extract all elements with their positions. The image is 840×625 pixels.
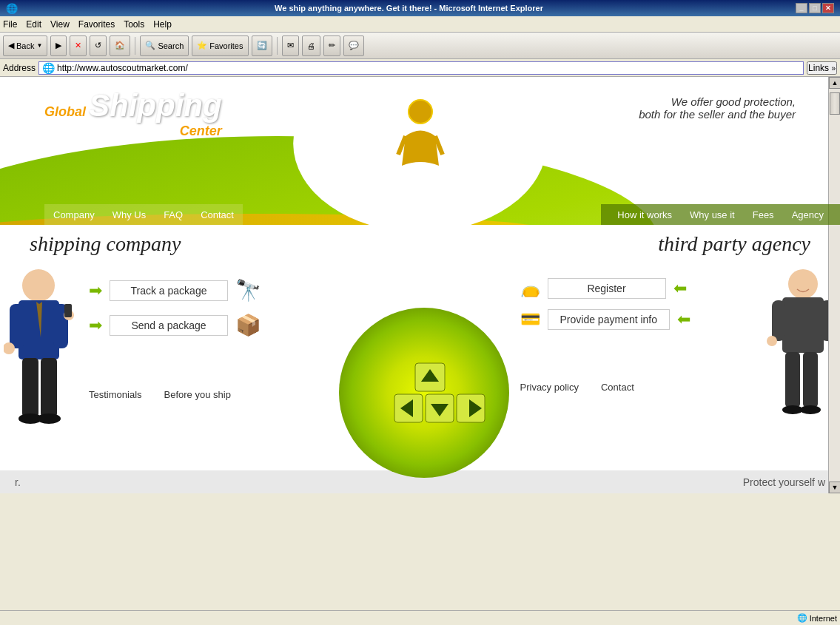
favicon-icon: 🌐 [42, 62, 55, 74]
nav-before-ship[interactable]: Before you ship [164, 389, 231, 400]
site-logo: Global Shipping Center [44, 88, 222, 139]
nav-faq[interactable]: FAQ [155, 206, 192, 223]
left-actions-col: ➡ Track a package 🔭 ➡ Send a package 📦 T… [81, 263, 335, 470]
search-label: Search [158, 41, 184, 50]
svg-point-29 [800, 405, 821, 414]
links-label: Links [808, 63, 829, 73]
menu-favorites[interactable]: Favorites [78, 19, 115, 30]
search-button[interactable]: 🔍 Search [140, 36, 189, 56]
messenger-button[interactable]: 💬 [343, 36, 364, 56]
scroll-down-button[interactable]: ▼ [829, 482, 840, 493]
svg-point-28 [782, 405, 803, 414]
edit-icon: ✏ [329, 41, 335, 50]
refresh-button[interactable]: ↺ [90, 36, 107, 56]
arrow-right-icon2: ➡ [89, 316, 102, 335]
close-button[interactable]: ✕ [822, 3, 834, 13]
content-nav-right: Privacy policy Contact [520, 374, 759, 393]
package-icon: 📦 [235, 313, 261, 337]
forward-button[interactable]: ▶ [50, 36, 67, 56]
menu-file[interactable]: File [3, 19, 17, 30]
window-controls: _ □ ✕ [796, 3, 834, 13]
svg-rect-26 [785, 352, 800, 408]
menu-edit[interactable]: Edit [26, 19, 41, 30]
edit-button[interactable]: ✏ [323, 36, 340, 56]
address-label: Address [3, 63, 36, 73]
links-dropdown[interactable]: Links » [807, 61, 837, 75]
scrollbar-vertical[interactable]: ▲ ▼ [828, 77, 840, 493]
svg-rect-12 [41, 358, 57, 417]
menu-help[interactable]: Help [153, 19, 172, 30]
dropdown-arrow-icon: ▼ [36, 42, 42, 49]
maximize-button[interactable]: □ [809, 3, 821, 13]
menu-view[interactable]: View [50, 19, 70, 30]
favorites-label: Favorites [209, 41, 243, 50]
svg-rect-27 [803, 352, 818, 408]
nav-how-it-works[interactable]: How it works [608, 206, 681, 223]
track-package-button[interactable]: Track a package [110, 280, 228, 301]
back-button[interactable]: ◀ Back ▼ [3, 36, 47, 56]
svg-point-3 [409, 100, 432, 124]
arrow-right-icon: ➡ [89, 281, 102, 300]
status-bar: 🌐 Internet [0, 610, 840, 625]
nav-left: Company Why Us FAQ Contact [44, 204, 243, 225]
keys-circle [339, 308, 509, 478]
nav-agency[interactable]: Agency [783, 206, 833, 223]
scroll-up-button[interactable]: ▲ [829, 77, 840, 89]
messenger-icon: 💬 [349, 41, 359, 50]
svg-point-19 [788, 269, 818, 299]
subtitle-right: third party agency [658, 232, 810, 256]
stop-button[interactable]: ✕ [70, 36, 87, 56]
nav-company[interactable]: Company [44, 206, 104, 223]
payment-button[interactable]: Provide payment info [548, 309, 671, 330]
register-button[interactable]: Register [548, 278, 666, 299]
send-package-button[interactable]: Send a package [110, 315, 228, 336]
card-icon: 💳 [520, 310, 540, 329]
nav-testimonials[interactable]: Testimonials [89, 389, 142, 400]
website-content: Global Shipping Center We offer good pro… [0, 77, 840, 493]
star-icon: ⭐ [197, 41, 207, 50]
globe-icon: 🌐 [797, 613, 807, 623]
content-nav-left: Testimonials Before you ship [89, 382, 328, 400]
svg-rect-11 [22, 358, 38, 417]
left-man-svg [4, 263, 74, 448]
refresh-icon: ↺ [95, 41, 101, 50]
toolbar-separator2 [277, 37, 278, 55]
tagline-line1: We offer good protection, [639, 95, 796, 108]
nav-contact[interactable]: Contact [192, 206, 243, 223]
nav-why-us[interactable]: Why Us [104, 206, 155, 223]
print-icon: 🖨 [307, 41, 315, 50]
logo-center: Center [44, 124, 222, 139]
mail-button[interactable]: ✉ [282, 36, 299, 56]
subtitle-left: shipping company [30, 232, 181, 256]
address-input[interactable]: 🌐 http://www.autoscoutmarket.com/ [38, 61, 804, 75]
svg-rect-10 [64, 304, 72, 317]
nav-fees[interactable]: Fees [744, 206, 783, 223]
svg-rect-21 [772, 300, 785, 341]
menu-tools[interactable]: Tools [124, 19, 144, 30]
back-icon: ◀ [8, 41, 14, 50]
subtitle-row: shipping company third party agency [0, 225, 840, 263]
ie-logo-icon: 🌐 [6, 3, 18, 14]
nav-privacy[interactable]: Privacy policy [520, 382, 579, 393]
gray-right-text: Protect yourself w [743, 476, 825, 488]
arrow-left-icon2: ⬅ [677, 310, 691, 329]
right-actions-col: 👝 Register ⬅ 💳 Provide payment info ⬅ Pr… [513, 263, 767, 470]
toolbar-separator [135, 37, 135, 55]
internet-label: Internet [810, 614, 837, 623]
nav-contact[interactable]: Contact [601, 382, 634, 393]
favorites-button[interactable]: ⭐ Favorites [192, 36, 248, 56]
minimize-button[interactable]: _ [796, 3, 807, 13]
logo-shipping: Shipping [89, 88, 222, 124]
arrow-left-icon: ⬅ [673, 279, 687, 298]
print-button[interactable]: 🖨 [302, 36, 320, 56]
stop-icon: ✕ [75, 41, 81, 50]
home-button[interactable]: 🏠 [110, 36, 130, 56]
media-button[interactable]: 🔄 [252, 36, 272, 56]
nav-why-use-it[interactable]: Why use it [681, 206, 744, 223]
left-person-area [0, 263, 81, 470]
status-internet: 🌐 Internet [797, 613, 837, 623]
person-icon [391, 95, 450, 169]
address-bar: Address 🌐 http://www.autoscoutmarket.com… [0, 59, 840, 77]
scroll-thumb[interactable] [830, 92, 840, 115]
svg-rect-20 [782, 297, 824, 353]
